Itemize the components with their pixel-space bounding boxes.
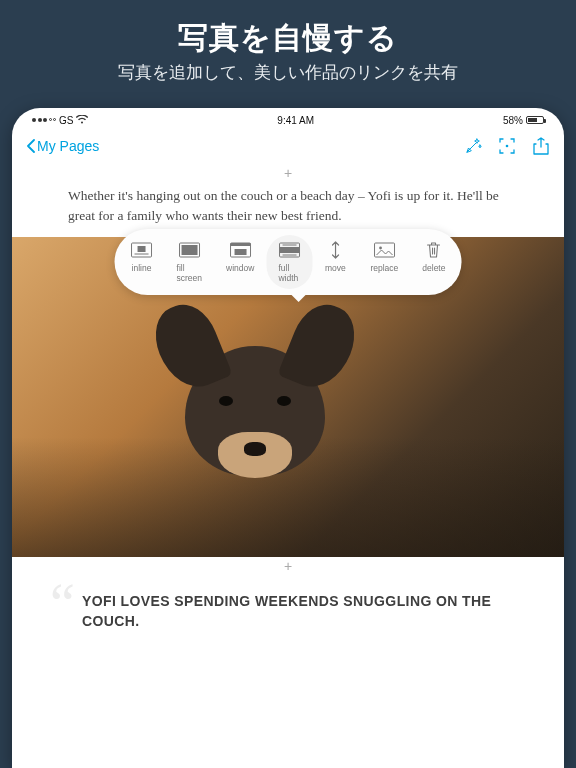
svg-rect-7 — [230, 243, 250, 246]
tool-window[interactable]: window — [214, 235, 266, 289]
back-label: My Pages — [37, 138, 99, 154]
editor-content: + Whether it's hanging out on the couch … — [12, 164, 564, 642]
add-block-button[interactable]: + — [12, 557, 564, 575]
full-width-icon — [278, 241, 300, 259]
tool-delete[interactable]: delete — [410, 235, 457, 289]
svg-rect-2 — [138, 246, 146, 252]
image-block[interactable]: inline fill screen window — [12, 237, 564, 557]
back-button[interactable]: My Pages — [26, 138, 99, 154]
svg-rect-5 — [181, 245, 197, 255]
inline-icon — [131, 241, 153, 259]
svg-point-0 — [506, 145, 509, 148]
fill-screen-icon — [178, 241, 200, 259]
svg-point-14 — [379, 247, 382, 250]
focus-frame-icon[interactable] — [498, 137, 516, 155]
tool-replace[interactable]: replace — [358, 235, 410, 289]
carrier-label: GS — [59, 115, 73, 126]
tool-full-width[interactable]: full width — [266, 235, 312, 289]
add-block-button[interactable]: + — [12, 164, 564, 182]
svg-rect-13 — [374, 243, 394, 257]
image-toolbar: inline fill screen window — [115, 229, 462, 295]
quote-text: YOFI LOVES SPENDING WEEKENDS SNUGGLING O… — [82, 591, 508, 632]
battery-pct: 58% — [503, 115, 523, 126]
device-frame: GS 9:41 AM 58% My Pages — [12, 108, 564, 768]
plus-icon: + — [284, 558, 292, 574]
tool-inline[interactable]: inline — [119, 235, 165, 289]
battery-icon — [526, 116, 544, 124]
promo-subtitle: 写真を追加して、美しい作品のリンクを共有 — [10, 61, 566, 84]
tool-label: full width — [278, 263, 300, 283]
status-time: 9:41 AM — [277, 115, 314, 126]
move-icon — [324, 241, 346, 259]
tool-label: move — [325, 263, 346, 273]
tool-label: window — [226, 263, 254, 273]
signal-dots-icon — [32, 118, 56, 122]
svg-rect-10 — [279, 247, 299, 253]
tool-label: delete — [422, 263, 445, 273]
promo-title: 写真を自慢する — [10, 18, 566, 59]
trash-icon — [423, 241, 445, 259]
status-bar: GS 9:41 AM 58% — [12, 108, 564, 128]
quote-mark-icon: “ — [50, 575, 75, 631]
tool-label: replace — [370, 263, 398, 273]
replace-icon — [373, 241, 395, 259]
chevron-left-icon — [26, 139, 35, 153]
promo-header: 写真を自慢する 写真を追加して、美しい作品のリンクを共有 — [0, 0, 576, 94]
quote-block[interactable]: “ YOFI LOVES SPENDING WEEKENDS SNUGGLING… — [12, 575, 564, 642]
plus-icon: + — [284, 165, 292, 181]
tool-move[interactable]: move — [312, 235, 358, 289]
nav-bar: My Pages — [12, 128, 564, 164]
svg-rect-8 — [234, 249, 246, 255]
window-icon — [229, 241, 251, 259]
wifi-icon — [76, 115, 88, 126]
tool-label: fill screen — [177, 263, 203, 283]
share-icon[interactable] — [532, 137, 550, 155]
tool-fill-screen[interactable]: fill screen — [165, 235, 215, 289]
magic-wand-icon[interactable] — [464, 137, 482, 155]
tool-label: inline — [132, 263, 152, 273]
